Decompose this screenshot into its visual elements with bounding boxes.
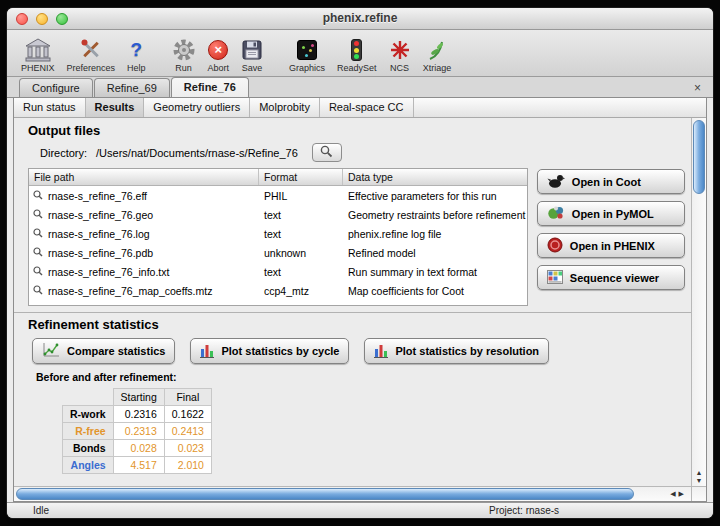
file-data-type: Map coefficients for Coot — [343, 285, 527, 297]
files-area: File path Format Data type rnase-s_refin… — [28, 168, 685, 306]
toolbar: PHENIX Preferences ? Help Run × Abort — [7, 30, 713, 77]
toolbar-save-button[interactable]: Save — [235, 32, 269, 76]
directory-row: Directory: /Users/nat/Documents/rnase-s/… — [40, 143, 685, 162]
sub-tab-bar: Run status Results Geometry outliers Mol… — [14, 98, 706, 118]
toolbar-graphics-label: Graphics — [289, 63, 325, 73]
tools-icon — [79, 38, 103, 62]
button-label: Compare statistics — [67, 345, 165, 357]
stats-corner-cell — [63, 389, 114, 406]
status-text: Idle — [7, 505, 49, 516]
scroll-up-arrow-icon[interactable]: ▲ — [692, 469, 706, 477]
toolbar-help-button[interactable]: ? Help — [121, 32, 152, 76]
scroll-right-arrow-icon[interactable]: ▶ — [679, 490, 687, 497]
tab-configure[interactable]: Configure — [19, 78, 93, 97]
file-table-rows: rnase-s_refine_76.eff PHIL Effective par… — [29, 186, 527, 305]
minimize-window-button[interactable] — [36, 13, 48, 25]
tab-refine-69[interactable]: Refine_69 — [94, 78, 170, 97]
stats-row-r-work: R-work 0.2316 0.1622 — [63, 406, 212, 423]
open-in-pymol-button[interactable]: Open in PyMOL — [537, 201, 685, 226]
toolbar-save-label: Save — [242, 63, 263, 73]
horizontal-scroll-arrows[interactable]: ◀▶ — [670, 490, 691, 498]
magnifier-icon — [33, 247, 43, 259]
plot-statistics-by-resolution-button[interactable]: Plot statistics by resolution — [364, 338, 549, 364]
subtab-run-status[interactable]: Run status — [14, 98, 86, 117]
toolbar-preferences-button[interactable]: Preferences — [61, 32, 122, 76]
coot-bird-icon — [547, 173, 565, 191]
toolbar-readyset-button[interactable]: ReadySet — [331, 32, 383, 76]
horizontal-scrollbar-thumb[interactable] — [16, 488, 634, 500]
toolbar-ncs-button[interactable]: NCS — [383, 32, 417, 76]
table-row[interactable]: rnase-s_refine_76_info.txt text Run summ… — [29, 262, 527, 281]
stat-final-value: 2.010 — [164, 457, 211, 474]
stat-starting-value: 4.517 — [113, 457, 164, 474]
toolbar-abort-button[interactable]: × Abort — [202, 32, 236, 76]
toolbar-phenix-button[interactable]: PHENIX — [15, 32, 61, 76]
compare-statistics-button[interactable]: Compare statistics — [32, 338, 175, 364]
ncs-symmetry-icon — [389, 38, 411, 62]
stat-final-value: 0.023 — [164, 440, 211, 457]
magnifier-icon — [33, 228, 43, 240]
phenix-logo-icon — [547, 237, 563, 255]
table-row[interactable]: rnase-s_refine_76.pdb unknown Refined mo… — [29, 243, 527, 262]
window-title: phenix.refine — [7, 8, 713, 29]
open-in-phenix-button[interactable]: Open in PHENIX — [537, 233, 685, 258]
stat-label: R-free — [63, 423, 114, 440]
button-label: Open in Coot — [572, 176, 641, 188]
help-question-icon: ? — [131, 38, 143, 62]
vertical-scroll-arrows[interactable]: ▲ ▼ — [692, 469, 706, 485]
xtriage-fern-icon — [426, 38, 448, 62]
subtab-real-space-cc[interactable]: Real-space CC — [320, 98, 414, 117]
traffic-light-icon — [351, 38, 362, 62]
subtab-geometry-outliers[interactable]: Geometry outliers — [144, 98, 250, 117]
table-row[interactable]: rnase-s_refine_76.log text phenix.refine… — [29, 224, 527, 243]
open-in-coot-button[interactable]: Open in Coot — [537, 169, 685, 194]
file-name: rnase-s_refine_76.eff — [48, 190, 147, 202]
plot-statistics-by-cycle-button[interactable]: Plot statistics by cycle — [190, 338, 349, 364]
run-gear-icon — [172, 38, 196, 62]
file-format: ccp4_mtz — [259, 285, 343, 297]
button-label: Open in PHENIX — [570, 240, 655, 252]
table-row[interactable]: rnase-s_refine_76.eff PHIL Effective par… — [29, 186, 527, 205]
table-row[interactable]: rnase-s_refine_76_map_coeffs.mtz ccp4_mt… — [29, 281, 527, 300]
stat-starting-value: 0.2313 — [113, 423, 164, 440]
sequence-viewer-button[interactable]: Sequence viewer — [537, 265, 685, 290]
bar-chart-icon — [374, 342, 388, 360]
subtab-results[interactable]: Results — [86, 98, 145, 117]
toolbar-ncs-label: NCS — [390, 63, 409, 73]
horizontal-scrollbar[interactable]: ◀▶ — [14, 486, 706, 501]
stats-row-bonds: Bonds 0.028 0.023 — [63, 440, 212, 457]
file-data-type: phenix.refine log file — [343, 228, 527, 240]
file-data-type: Effective parameters for this run — [343, 190, 527, 202]
main-tab-bar: Configure Refine_69 Refine_76 × — [7, 77, 713, 98]
toolbar-xtriage-button[interactable]: Xtriage — [417, 32, 458, 76]
titlebar[interactable]: phenix.refine — [7, 8, 713, 30]
stat-starting-value: 0.028 — [113, 440, 164, 457]
zoom-window-button[interactable] — [56, 13, 68, 25]
open-in-buttons: Open in Coot Open in PyMOL Open in PHENI… — [537, 168, 685, 290]
tab-refine-76[interactable]: Refine_76 — [171, 77, 249, 97]
subtab-molprobity[interactable]: Molprobity — [250, 98, 320, 117]
scroll-down-arrow-icon[interactable]: ▼ — [692, 477, 706, 485]
bar-chart-icon — [200, 342, 214, 360]
file-format: text — [259, 266, 343, 278]
toolbar-run-button[interactable]: Run — [166, 32, 202, 76]
file-format: text — [259, 209, 343, 221]
magnifier-icon — [320, 145, 333, 161]
close-tab-button[interactable]: × — [694, 82, 701, 94]
phenix-home-icon — [25, 38, 51, 62]
toolbar-preferences-label: Preferences — [67, 63, 116, 73]
toolbar-readyset-label: ReadySet — [337, 63, 377, 73]
file-format: unknown — [259, 247, 343, 259]
vertical-scrollbar-thumb[interactable] — [693, 120, 705, 194]
toolbar-graphics-button[interactable]: Graphics — [283, 32, 331, 76]
toolbar-separator — [269, 32, 283, 76]
results-panel: Output files Directory: /Users/nat/Docum… — [14, 118, 691, 486]
scroll-left-arrow-icon[interactable]: ◀ — [670, 490, 678, 497]
column-header-file-path: File path — [29, 169, 259, 185]
table-row[interactable]: rnase-s_refine_76.geo text Geometry rest… — [29, 205, 527, 224]
browse-directory-button[interactable] — [312, 143, 342, 162]
stat-label: Bonds — [63, 440, 114, 457]
vertical-scrollbar[interactable]: ▲ ▼ — [691, 118, 706, 486]
toolbar-abort-label: Abort — [208, 63, 230, 73]
close-window-button[interactable] — [16, 13, 28, 25]
